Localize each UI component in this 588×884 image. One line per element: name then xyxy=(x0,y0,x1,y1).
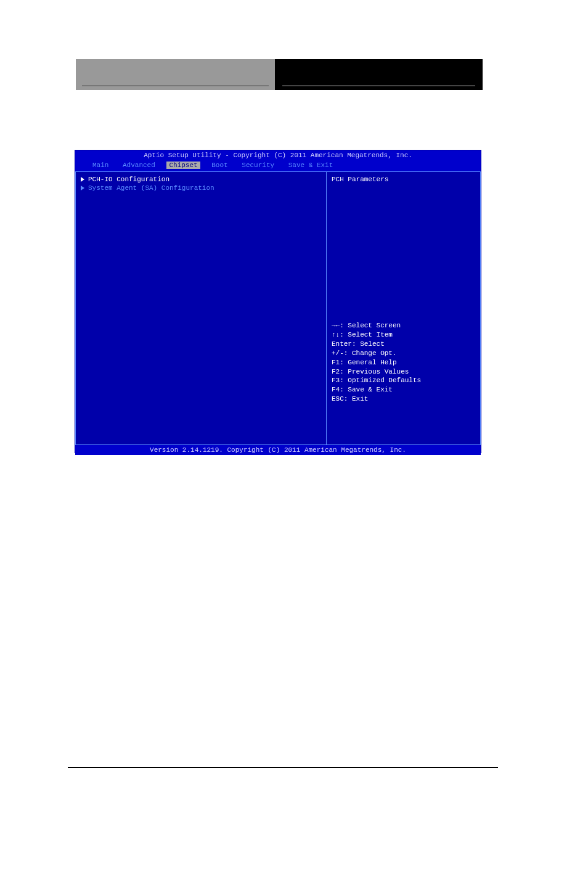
bios-footer: Version 2.14.1219. Copyright (C) 2011 Am… xyxy=(75,444,481,455)
menu-tab-chipset[interactable]: Chipset xyxy=(166,162,200,169)
banner-left xyxy=(76,59,275,90)
bios-window: Aptio Setup Utility - Copyright (C) 2011… xyxy=(75,150,481,453)
help-key-row: F4: Save & Exit xyxy=(332,385,475,395)
page-header-banner xyxy=(76,59,483,90)
menu-tab-save-exit[interactable]: Save & Exit xyxy=(286,162,336,169)
help-key-row: ↑↓: Select Item xyxy=(332,330,475,340)
help-keys-block: →←: Select Screen ↑↓: Select Item Enter:… xyxy=(332,321,475,404)
help-key-row: ESC: Exit xyxy=(332,395,475,404)
bios-body: PCH-IO Configuration System Agent (SA) C… xyxy=(75,171,481,444)
bios-menu-bar: Main Advanced Chipset Boot Security Save… xyxy=(75,160,481,171)
banner-right-underline xyxy=(282,85,475,86)
help-key-row: →←: Select Screen xyxy=(332,321,475,330)
submenu-system-agent[interactable]: System Agent (SA) Configuration xyxy=(81,184,321,192)
menu-tab-boot[interactable]: Boot xyxy=(209,162,230,169)
help-key-row: Enter: Select xyxy=(332,340,475,349)
help-bottom-pad xyxy=(332,404,475,441)
banner-right xyxy=(275,59,483,90)
help-key-row: F2: Previous Values xyxy=(332,367,475,377)
help-spacer xyxy=(332,183,475,321)
triangle-right-icon xyxy=(81,177,84,182)
menu-tab-main[interactable]: Main xyxy=(90,162,111,169)
triangle-right-icon xyxy=(81,186,84,190)
submenu-label: PCH-IO Configuration xyxy=(88,176,169,183)
help-key-row: F1: General Help xyxy=(332,358,475,367)
help-key-row: F3: Optimized Defaults xyxy=(332,376,475,385)
help-description: PCH Parameters xyxy=(332,176,475,183)
help-key-row: +/-: Change Opt. xyxy=(332,349,475,358)
bios-title: Aptio Setup Utility - Copyright (C) 2011… xyxy=(75,150,481,160)
submenu-pch-io[interactable]: PCH-IO Configuration xyxy=(81,176,321,183)
page-footer-divider xyxy=(68,767,498,768)
menu-tab-advanced[interactable]: Advanced xyxy=(120,162,158,169)
submenu-label: System Agent (SA) Configuration xyxy=(88,184,214,192)
banner-left-underline xyxy=(82,85,269,86)
bios-left-panel: PCH-IO Configuration System Agent (SA) C… xyxy=(75,171,327,444)
menu-tab-security[interactable]: Security xyxy=(239,162,277,169)
bios-right-panel: PCH Parameters →←: Select Screen ↑↓: Sel… xyxy=(327,171,481,444)
